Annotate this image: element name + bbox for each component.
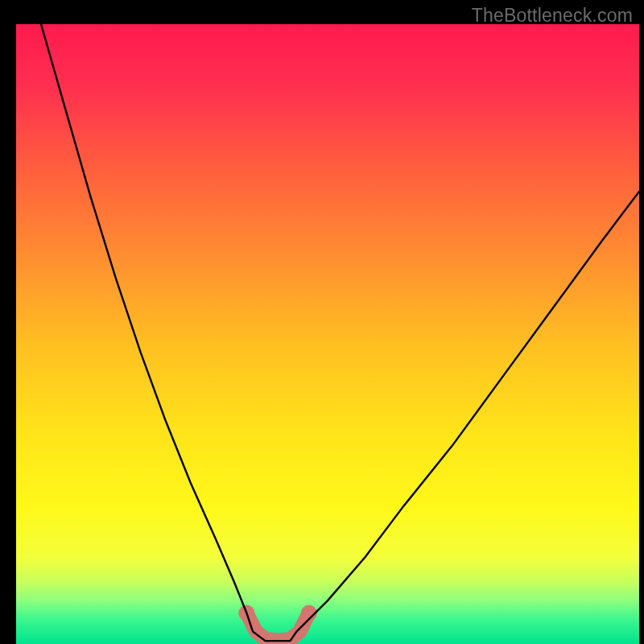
watermark-text: TheBottleneck.com — [472, 5, 633, 27]
curve-layer — [16, 24, 639, 644]
bottleneck-curve — [41, 24, 639, 641]
plot-area — [16, 24, 639, 644]
valley-highlight — [246, 613, 308, 641]
chart-container: TheBottleneck.com — [0, 0, 644, 644]
